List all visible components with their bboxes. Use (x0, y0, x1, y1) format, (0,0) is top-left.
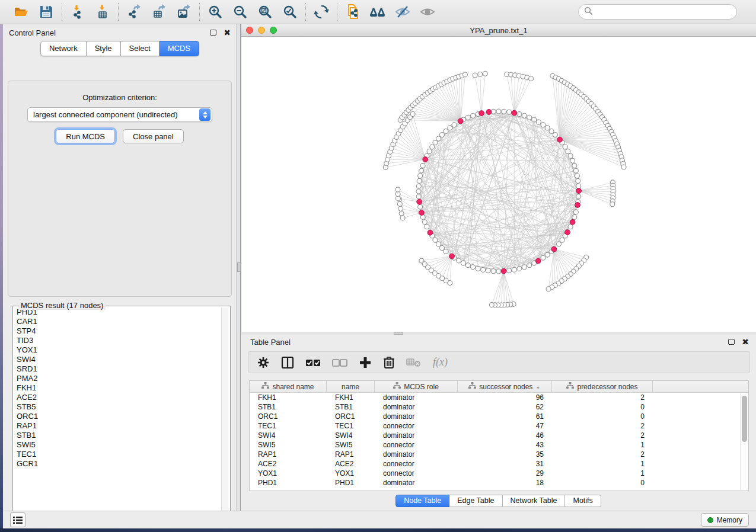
cell-MCDS-role[interactable]: dominator (375, 478, 458, 488)
cell-name[interactable]: PHD1 (327, 478, 375, 488)
cell-successor-nodes[interactable]: 96 (458, 393, 552, 402)
cell-name[interactable]: ORC1 (327, 412, 375, 421)
cell-shared-name[interactable]: SWI5 (250, 440, 327, 450)
mcds-result-item[interactable]: FKH1 (14, 383, 221, 393)
duplicate-network-icon[interactable] (344, 4, 361, 20)
tab-node-table[interactable]: Node Table (395, 495, 449, 507)
cell-successor-nodes[interactable]: 47 (458, 421, 552, 431)
cell-name[interactable]: STB1 (327, 402, 375, 412)
horizontal-splitter[interactable] (241, 332, 756, 335)
cell-successor-nodes[interactable]: 35 (458, 450, 552, 459)
cell-name[interactable]: YOX1 (327, 469, 375, 478)
cell-name[interactable]: ACE2 (327, 459, 375, 469)
mcds-result-item[interactable]: GCR1 (14, 459, 221, 469)
tab-mcds[interactable]: MCDS (160, 41, 199, 56)
criterion-select[interactable]: largest connected component (undirected) (27, 107, 212, 122)
vertical-splitter-handle[interactable] (237, 262, 241, 272)
cell-successor-nodes[interactable]: 31 (458, 459, 552, 469)
table-row[interactable]: SWI4SWI4dominator462 (250, 431, 748, 440)
cell-name[interactable]: RAP1 (327, 450, 375, 459)
cell-shared-name[interactable]: SWI4 (250, 431, 327, 440)
cell-MCDS-role[interactable]: connector (375, 469, 458, 478)
export-image-icon[interactable] (176, 4, 192, 20)
cell-shared-name[interactable]: RAP1 (250, 450, 327, 459)
cell-predecessor-nodes[interactable]: 2 (552, 421, 653, 431)
select-all-icon[interactable] (305, 357, 321, 368)
cell-MCDS-role[interactable]: dominator (375, 402, 458, 412)
cell-predecessor-nodes[interactable]: 2 (552, 431, 653, 440)
table-row[interactable]: TEC1TEC1connector472 (250, 421, 748, 431)
tab-edge-table[interactable]: Edge Table (449, 495, 502, 507)
mcds-result-item[interactable]: TEC1 (14, 450, 221, 459)
gear-icon[interactable] (257, 356, 270, 369)
cell-shared-name[interactable]: ACE2 (250, 459, 327, 469)
zoom-out-icon[interactable] (232, 4, 248, 20)
cell-name[interactable]: TEC1 (327, 421, 375, 431)
horizontal-splitter-handle[interactable] (394, 332, 403, 335)
cell-successor-nodes[interactable]: 62 (458, 402, 552, 412)
cell-name[interactable]: SWI4 (327, 431, 375, 440)
column-header-predecessor-nodes[interactable]: predecessor nodes (552, 381, 653, 392)
tab-motifs[interactable]: Motifs (565, 495, 601, 507)
float-window-icon[interactable] (210, 30, 216, 36)
mcds-result-item[interactable]: STB1 (14, 431, 221, 440)
close-panel-button[interactable]: Close panel (123, 129, 184, 143)
import-network-icon[interactable] (69, 4, 86, 20)
cell-shared-name[interactable]: YOX1 (250, 469, 327, 478)
cell-predecessor-nodes[interactable]: 1 (552, 459, 653, 469)
cell-successor-nodes[interactable]: 46 (458, 431, 552, 440)
vertical-splitter[interactable] (237, 24, 241, 511)
delete-icon[interactable] (383, 356, 395, 369)
table-row[interactable]: ACE2ACE2connector311 (250, 459, 748, 469)
tab-network-table[interactable]: Network Table (503, 495, 566, 507)
zoom-fit-icon[interactable] (257, 4, 273, 20)
cell-predecessor-nodes[interactable]: 1 (552, 440, 653, 450)
cell-MCDS-role[interactable]: connector (375, 459, 458, 469)
export-table-icon[interactable] (151, 4, 167, 20)
cell-shared-name[interactable]: TEC1 (250, 421, 327, 431)
table-row[interactable]: PHD1PHD1dominator180 (250, 478, 748, 488)
cell-predecessor-nodes[interactable]: 2 (552, 450, 653, 459)
open-folder-icon[interactable] (13, 4, 30, 20)
cell-MCDS-role[interactable]: connector (375, 421, 458, 431)
zoom-selected-icon[interactable] (282, 4, 298, 20)
mcds-result-item[interactable]: STB5 (14, 402, 221, 412)
add-icon[interactable] (359, 356, 372, 369)
run-mcds-button[interactable]: Run MCDS (56, 129, 115, 143)
mcds-result-item[interactable]: RAP1 (14, 421, 221, 431)
column-view-icon[interactable] (281, 356, 294, 369)
table-scrollbar[interactable] (740, 393, 748, 490)
network-graph[interactable] (241, 37, 755, 331)
deselect-all-icon[interactable] (332, 357, 347, 368)
refresh-icon[interactable] (313, 4, 330, 20)
cell-shared-name[interactable]: STB1 (250, 402, 327, 412)
first-neighbors-icon[interactable] (369, 4, 386, 20)
show-all-icon[interactable] (419, 4, 436, 20)
search-box[interactable] (578, 4, 737, 20)
cell-shared-name[interactable]: FKH1 (250, 393, 327, 402)
mcds-result-item[interactable]: SRD1 (14, 364, 221, 374)
table-row[interactable]: STB1STB1dominator620 (250, 402, 748, 412)
hide-selected-icon[interactable] (394, 4, 411, 20)
mcds-result-scrollbar[interactable] (221, 307, 229, 520)
table-row[interactable]: SWI5SWI5connector431 (250, 440, 748, 450)
cell-predecessor-nodes[interactable]: 0 (552, 412, 653, 421)
search-input[interactable] (593, 8, 731, 17)
task-history-button[interactable] (10, 512, 25, 527)
cell-MCDS-role[interactable]: connector (375, 440, 458, 450)
table-row[interactable]: YOX1YOX1connector291 (250, 469, 748, 478)
cell-MCDS-role[interactable]: dominator (375, 431, 458, 440)
cell-successor-nodes[interactable]: 18 (458, 478, 552, 488)
cell-name[interactable]: FKH1 (327, 393, 375, 402)
mcds-result-item[interactable]: PMA2 (14, 374, 221, 383)
column-header-MCDS-role[interactable]: MCDS role (375, 381, 458, 392)
mcds-result-list[interactable]: PHD1CAR1STP4TID3YOX1SWI4SRD1PMA2FKH1ACE2… (14, 307, 221, 520)
cell-successor-nodes[interactable]: 29 (458, 469, 552, 478)
tab-select[interactable]: Select (121, 41, 160, 56)
cell-shared-name[interactable]: PHD1 (250, 478, 327, 488)
export-network-icon[interactable] (126, 4, 142, 20)
table-row[interactable]: RAP1RAP1dominator352 (250, 450, 748, 459)
tab-style[interactable]: Style (87, 41, 121, 56)
table-scrollbar-thumb[interactable] (742, 396, 747, 442)
mcds-result-item[interactable]: SWI5 (14, 440, 221, 450)
